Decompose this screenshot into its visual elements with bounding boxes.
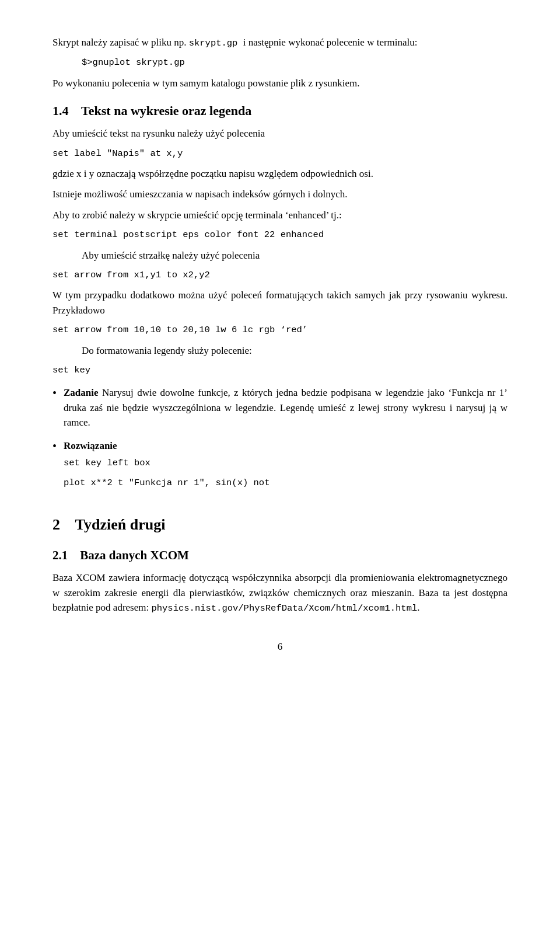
para4: Aby to zrobić należy w skrypcie umieścić… [52, 208, 508, 223]
cmd-gnuplot: $>gnuplot skrypt.gp [82, 56, 508, 69]
bullet-item-2: • Rozwiązanie set key left box plot x**2… [52, 438, 508, 496]
para2: gdzie x i y oznaczają współrzędne począt… [52, 166, 508, 182]
para5: Aby umieścić strzałkę należy użyć polece… [82, 248, 508, 263]
bullet-1-content: Zadanie Narysuj dwie dowolne funkcje, z … [64, 385, 508, 430]
bullet-2-label: Rozwiązanie [64, 440, 117, 451]
section-2-1-number: 2.1 [52, 548, 68, 562]
para3: Istnieje możliwość umieszczania w napisa… [52, 187, 508, 202]
bullet-dot-2: • [52, 437, 57, 455]
cmd-set-arrow2: set arrow from 10,10 to 20,10 lw 6 lc rg… [52, 323, 508, 337]
section-1-4-heading: 1.4 Tekst na wykresie oraz legenda [52, 101, 508, 120]
para1: Aby umieścić tekst na rysunku należy uży… [52, 126, 508, 141]
bullet-2-code1: set key left box [64, 457, 508, 470]
bullet-2-code2: plot x**2 t "Funkcja nr 1", sin(x) not [64, 476, 508, 490]
bullet-list: • Zadanie Narysuj dwie dowolne funkcje, … [52, 385, 508, 496]
bullet-1-label: Zadanie [64, 387, 99, 398]
intro-paragraph: Skrypt należy zapisać w pliku np. skrypt… [52, 35, 508, 50]
cmd-set-terminal: set terminal postscript eps color font 2… [52, 228, 508, 242]
page: Skrypt należy zapisać w pliku np. skrypt… [0, 0, 560, 937]
section-2-1-para1: Baza XCOM zawiera informację dotyczącą w… [52, 570, 508, 615]
section-2-1-title: Baza danych XCOM [80, 548, 189, 562]
intro-code1: skrypt.gp [189, 38, 243, 48]
section-1-4: 1.4 Tekst na wykresie oraz legenda Aby u… [52, 101, 508, 496]
section-1-4-title: Tekst na wykresie oraz legenda [81, 103, 251, 118]
intro-line2: i następnie wykonać polecenie w terminal… [243, 37, 418, 48]
section-2-number: 2 [52, 516, 60, 533]
bullet-item-1: • Zadanie Narysuj dwie dowolne funkcje, … [52, 385, 508, 430]
section-2-1: 2.1 Baza danych XCOM Baza XCOM zawiera i… [52, 546, 508, 616]
bullet-1-text: Narysuj dwie dowolne funkcje, z których … [64, 387, 508, 428]
section-2-1-url: physics.nist.gov/PhysRefData/Xcom/html/x… [151, 603, 417, 614]
section-2: 2 Tydzień drugi 2.1 Baza danych XCOM Baz… [52, 513, 508, 616]
section-1-4-number: 1.4 [52, 103, 69, 118]
cmd-set-arrow: set arrow from x1,y1 to x2,y2 [52, 269, 508, 282]
intro-line3: Po wykonaniu polecenia w tym samym katal… [52, 76, 508, 91]
para7: Do formatowania legendy służy polecenie: [82, 343, 508, 358]
section-2-heading: 2 Tydzień drugi [52, 513, 508, 536]
para6: W tym przypadku dodatkowo można użyć pol… [52, 288, 508, 318]
page-number: 6 [52, 639, 508, 654]
section-2-title: Tydzień drugi [75, 516, 166, 533]
intro-line1: Skrypt należy zapisać w pliku np. [52, 37, 186, 48]
bullet-2-content: Rozwiązanie set key left box plot x**2 t… [64, 438, 508, 496]
section-2-1-heading: 2.1 Baza danych XCOM [52, 546, 508, 565]
bullet-dot-1: • [52, 384, 57, 402]
cmd-set-label: set label "Napis" at x,y [52, 147, 508, 161]
cmd-set-key: set key [52, 364, 508, 377]
cmd-block-1: $>gnuplot skrypt.gp [82, 56, 508, 69]
